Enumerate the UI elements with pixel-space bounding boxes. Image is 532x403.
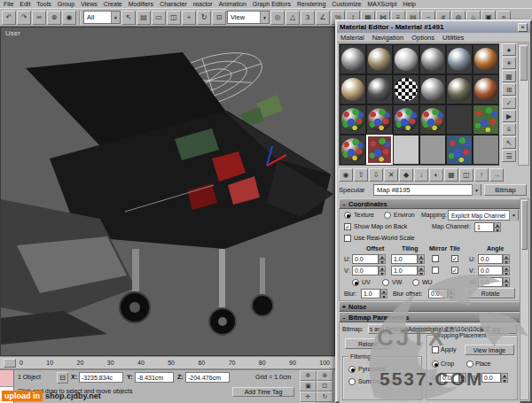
menu-character[interactable]: Character: [160, 1, 187, 7]
menu-material[interactable]: Material: [340, 34, 364, 42]
zoom-all-icon[interactable]: ⊛: [317, 370, 333, 381]
put-library-icon[interactable]: ↓: [414, 168, 428, 182]
texture-radio[interactable]: [344, 212, 351, 219]
arc-rotate-icon[interactable]: ↻: [317, 391, 333, 402]
options-icon[interactable]: ≡: [502, 123, 516, 136]
material-slot-7[interactable]: [340, 74, 366, 105]
blur-offset-field[interactable]: 0.0: [428, 289, 448, 298]
select-object-icon[interactable]: ↖: [121, 11, 136, 25]
crop-v-field[interactable]: 0.0: [481, 373, 501, 383]
sample-tile-icon[interactable]: ⊞: [502, 83, 516, 96]
v-offset-spinner[interactable]: [379, 266, 386, 275]
use-pivot-icon[interactable]: ◎: [270, 11, 285, 25]
material-slot-2[interactable]: [366, 44, 393, 74]
reload-button[interactable]: Reload: [345, 338, 391, 349]
background-icon[interactable]: ▦: [502, 70, 516, 82]
menu-animation[interactable]: Animation: [219, 1, 246, 7]
viewport-canvas[interactable]: [1, 27, 334, 355]
material-slot-15[interactable]: [393, 105, 419, 135]
pan-icon[interactable]: ✛: [300, 391, 317, 402]
select-rotate-icon[interactable]: ↻: [197, 11, 211, 25]
go-sibling-icon[interactable]: →: [489, 168, 504, 182]
menu-maxscript[interactable]: MAXScript: [367, 1, 396, 7]
u-offset-spinner[interactable]: [379, 254, 386, 264]
mapping-combo[interactable]: Explicit Map Channel ▼: [448, 210, 519, 221]
coordinates-rollout-header[interactable]: - Coordinates: [339, 198, 520, 209]
menu-edit[interactable]: Edit: [20, 1, 30, 7]
material-slot-24[interactable]: [473, 135, 499, 165]
material-slot-9[interactable]: [393, 74, 419, 105]
material-slot-1[interactable]: [340, 44, 366, 74]
u-tiling-spinner[interactable]: [418, 254, 425, 264]
z-coordinate-field[interactable]: -204.476cm: [185, 372, 230, 383]
apply-checkbox[interactable]: [432, 346, 439, 353]
bind-spacewarp-icon[interactable]: ◉: [62, 11, 76, 25]
uv-radio[interactable]: [352, 279, 359, 286]
close-icon[interactable]: ×: [518, 23, 528, 32]
x-coordinate-field[interactable]: -3235.834c: [79, 372, 123, 383]
w-angle-spinner[interactable]: [503, 277, 510, 287]
material-slot-23[interactable]: [446, 135, 473, 165]
menu-modifiers[interactable]: Modifiers: [129, 1, 153, 7]
rollout-toggle-icon[interactable]: -: [340, 200, 348, 208]
material-slot-8[interactable]: [366, 74, 393, 105]
wu-radio[interactable]: [412, 279, 419, 286]
blur-spinner[interactable]: [380, 289, 387, 298]
menu-options[interactable]: Options: [411, 34, 434, 42]
selection-filter-combo[interactable]: All ▼: [83, 11, 121, 24]
material-editor-titlebar[interactable]: Material Editor - Material #1491 ×: [337, 21, 530, 33]
material-map-navigator-icon[interactable]: ☰: [502, 150, 516, 162]
tile-u-checkbox[interactable]: [451, 255, 458, 262]
crop-v-spinner[interactable]: [501, 373, 508, 383]
material-slot-5[interactable]: [446, 44, 473, 74]
tile-v-checkbox[interactable]: [451, 267, 458, 274]
menu-tools[interactable]: Tools: [36, 1, 51, 7]
select-by-name-icon[interactable]: ▤: [137, 11, 151, 25]
viewport-user[interactable]: User: [0, 27, 335, 356]
menu-create[interactable]: Create: [104, 1, 122, 7]
get-material-icon[interactable]: ◉: [339, 168, 353, 182]
zoom-icon[interactable]: ⊕: [300, 370, 317, 381]
crop-u-field[interactable]: 0.0: [440, 373, 459, 383]
mirror-u-checkbox[interactable]: [432, 255, 439, 262]
material-slot-13[interactable]: [340, 105, 366, 135]
noise-rollout-header[interactable]: + Noise: [339, 301, 520, 312]
snaps-toggle-icon[interactable]: 3: [301, 11, 315, 25]
select-link-icon[interactable]: ∞: [32, 11, 46, 25]
window-crossing-icon[interactable]: ◫: [167, 11, 181, 25]
menu-reactor[interactable]: reactor: [193, 1, 213, 7]
reference-coordinate-combo[interactable]: View ▼: [227, 11, 270, 24]
u-offset-field[interactable]: 0.0: [352, 254, 379, 264]
v-offset-field[interactable]: 0.0: [352, 266, 379, 275]
material-slot-11[interactable]: [446, 74, 473, 105]
menu-rendering[interactable]: Rendering: [297, 1, 325, 7]
menu-utilities[interactable]: Utilities: [442, 34, 464, 42]
u-angle-field[interactable]: 0.0: [478, 254, 503, 264]
select-move-icon[interactable]: +: [182, 11, 196, 25]
summed-area-radio[interactable]: [348, 378, 356, 385]
select-by-material-icon[interactable]: ↖: [502, 136, 516, 149]
menu-file[interactable]: File: [4, 1, 13, 7]
viewport-label[interactable]: User: [5, 29, 20, 37]
zoom-extents-icon[interactable]: ▣: [300, 381, 317, 391]
material-slot-3[interactable]: [393, 44, 419, 74]
add-time-tag[interactable]: Add Time Tag: [232, 387, 294, 397]
crop-radio[interactable]: [432, 360, 439, 368]
v-tiling-field[interactable]: 1.0: [391, 266, 418, 275]
select-manipulate-icon[interactable]: △: [286, 11, 300, 25]
undo-icon[interactable]: ↶: [2, 11, 16, 25]
place-radio[interactable]: [466, 360, 473, 368]
crop-u-spinner[interactable]: [459, 373, 466, 383]
menu-views[interactable]: Views: [81, 1, 98, 7]
u-angle-spinner[interactable]: [503, 254, 510, 264]
blur-offset-spinner[interactable]: [448, 289, 455, 298]
rollout-scrollbar[interactable]: [520, 198, 529, 400]
map-name-combo[interactable]: Map #8195 ▼: [373, 184, 481, 196]
put-material-icon[interactable]: ⇧: [354, 168, 368, 182]
material-slot-4[interactable]: [419, 44, 446, 74]
mirror-v-checkbox[interactable]: [432, 267, 439, 274]
pyramidal-radio[interactable]: [348, 366, 356, 373]
material-slot-19[interactable]: [340, 135, 366, 165]
u-tiling-field[interactable]: 1.0: [391, 254, 418, 264]
make-unique-icon[interactable]: ◆: [399, 168, 413, 182]
